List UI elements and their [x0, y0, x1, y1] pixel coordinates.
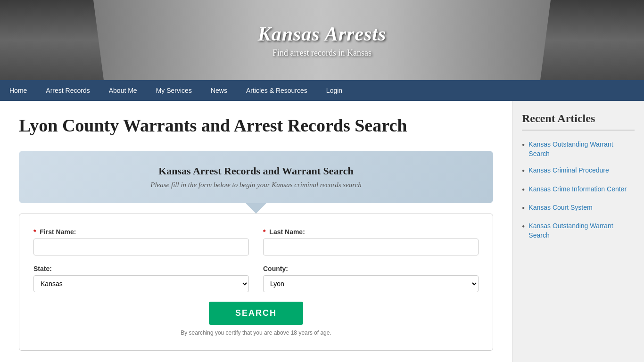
search-button[interactable]: SEARCH	[209, 302, 303, 325]
county-group: County: Lyon	[263, 265, 479, 292]
site-subtitle: Find arrest records in Kansas	[258, 48, 387, 58]
search-card: Kansas Arrest Records and Warrant Search…	[19, 151, 493, 203]
form-note: By searching you certify that you are ab…	[33, 329, 479, 336]
nav-home[interactable]: Home	[0, 80, 36, 101]
last-name-input[interactable]	[263, 239, 479, 255]
name-row: * First Name: * Last Name:	[33, 228, 479, 255]
site-title: Kansas Arrests	[258, 23, 387, 45]
article-link-0[interactable]: Kansas Outstanding Warrant Search	[528, 140, 635, 158]
first-name-input[interactable]	[33, 239, 249, 255]
nav-arrest-records[interactable]: Arrest Records	[36, 80, 99, 101]
list-item: • Kansas Outstanding Warrant Search	[522, 222, 635, 240]
first-name-required: *	[33, 228, 36, 236]
list-item: • Kansas Crime Information Center	[522, 185, 635, 196]
search-form-area: * First Name: * Last Name: State:	[19, 214, 493, 351]
bullet-icon: •	[522, 222, 525, 232]
list-item: • Kansas Outstanding Warrant Search	[522, 140, 635, 158]
main-content: Lyon County Warrants and Arrest Records …	[0, 101, 512, 362]
nav-articles-resources[interactable]: Articles & Resources	[237, 80, 317, 101]
recent-articles-list: • Kansas Outstanding Warrant Search • Ka…	[522, 140, 635, 240]
county-label: County:	[263, 265, 479, 272]
location-row: State: Kansas County: Lyon	[33, 265, 479, 292]
first-name-label: * First Name:	[33, 228, 249, 236]
nav-news[interactable]: News	[201, 80, 237, 101]
list-item: • Kansas Court System	[522, 203, 635, 214]
main-nav: Home Arrest Records About Me My Services…	[0, 80, 644, 101]
hero-right-overlay	[540, 0, 644, 80]
state-group: State: Kansas	[33, 265, 249, 292]
article-link-2[interactable]: Kansas Crime Information Center	[528, 185, 627, 194]
article-link-3[interactable]: Kansas Court System	[528, 203, 592, 213]
page-wrapper: Lyon County Warrants and Arrest Records …	[0, 101, 644, 362]
first-name-group: * First Name:	[33, 228, 249, 255]
article-link-4[interactable]: Kansas Outstanding Warrant Search	[528, 222, 635, 240]
nav-my-services[interactable]: My Services	[147, 80, 201, 101]
bullet-icon: •	[522, 166, 525, 177]
sidebar-title: Recent Articles	[522, 112, 635, 131]
card-arrow	[246, 203, 266, 214]
article-link-1[interactable]: Kansas Criminal Procedure	[528, 166, 609, 175]
hero-text-block: Kansas Arrests Find arrest records in Ka…	[258, 23, 387, 58]
state-select[interactable]: Kansas	[33, 275, 249, 292]
bullet-icon: •	[522, 203, 525, 214]
nav-login[interactable]: Login	[317, 80, 352, 101]
search-card-title: Kansas Arrest Records and Warrant Search	[33, 165, 479, 177]
county-select[interactable]: Lyon	[263, 275, 479, 292]
search-card-subtitle: Please fill in the form below to begin y…	[33, 181, 479, 189]
bullet-icon: •	[522, 140, 525, 151]
page-title: Lyon County Warrants and Arrest Records …	[19, 115, 493, 137]
bullet-icon: •	[522, 185, 525, 196]
hero-section: Kansas Arrests Find arrest records in Ka…	[0, 0, 644, 80]
list-item: • Kansas Criminal Procedure	[522, 166, 635, 177]
state-label: State:	[33, 265, 249, 272]
sidebar: Recent Articles • Kansas Outstanding War…	[512, 101, 644, 362]
hero-left-overlay	[0, 0, 104, 80]
last-name-required: *	[263, 228, 265, 236]
last-name-label: * Last Name:	[263, 228, 479, 236]
last-name-group: * Last Name:	[263, 228, 479, 255]
nav-about-me[interactable]: About Me	[99, 80, 147, 101]
